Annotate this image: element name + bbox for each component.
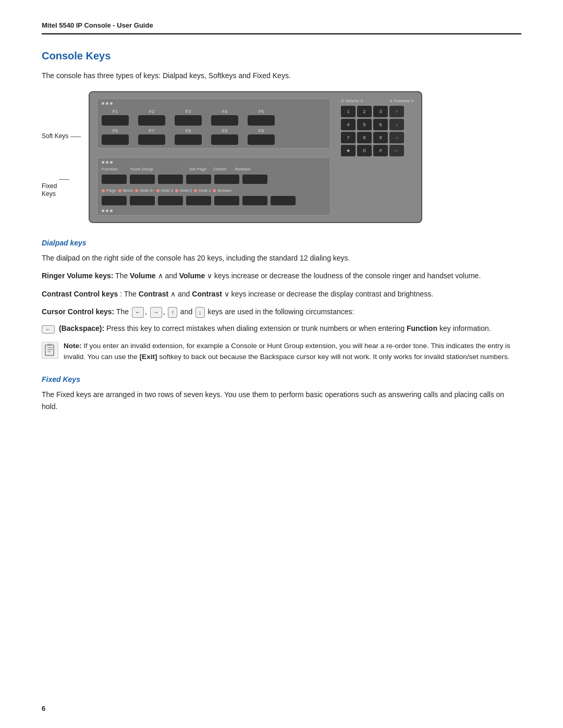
fixed-key-hold4 [158, 196, 183, 205]
key-F9: F9 [211, 128, 238, 145]
numpad-8: 8 [357, 132, 372, 143]
cursor-text: The [116, 307, 131, 316]
backspace-function-bold: Function [407, 324, 437, 332]
numpad-up: ↑ [389, 106, 404, 117]
backspace-body2: key information. [439, 324, 491, 332]
ringer-volume-para: Ringer Volume keys: The Volume ∧ and Vol… [42, 270, 521, 281]
note-text-block: Note: If you enter an invalid extension,… [64, 341, 521, 363]
fixed-key-setpage [186, 175, 211, 184]
svg-rect-0 [45, 345, 54, 355]
fixed-key-cancel [214, 175, 239, 184]
softkeys-section: F1 F2 F3 F4 [97, 98, 331, 149]
note-exit-bold: [Exit] [140, 353, 157, 361]
note-body2: softkey to back out because the Backspac… [159, 353, 509, 361]
cursor-and: and [180, 307, 194, 316]
fixed-keys-section: Function Trunk Group Set Page Cancel Rel… [97, 157, 331, 216]
numpad-right: → [389, 132, 404, 143]
key-F8: F8 [175, 128, 202, 145]
cursor-control-para: Cursor Control keys: The ←, →, ↑ and ↓ k… [42, 306, 521, 318]
volume-bold2: Volume [179, 272, 205, 280]
svg-rect-4 [48, 344, 51, 346]
notepad-icon [44, 344, 56, 356]
volume-wedge2: ∨ keys increase or decrease the loudness… [207, 272, 481, 280]
key-F6: F6 [102, 128, 129, 145]
subsection-dialpad-title: Dialpad keys [42, 239, 521, 247]
numpad-hash: # [373, 145, 388, 156]
cursor-key-down: ↓ [195, 307, 205, 318]
fixed-key-hold3 [186, 196, 211, 205]
ringer-volume-text: The [115, 272, 130, 280]
contrast-wedge1: ∧ and [170, 290, 192, 298]
backspace-text-block: (Backspace): Press this key to correct m… [59, 324, 491, 332]
backspace-body: Press this key to correct mistakes when … [106, 324, 407, 332]
fixed-key-trunk [130, 175, 155, 184]
soft-keys-label: Soft Keys [42, 132, 68, 141]
key-F1: F1 [102, 109, 129, 126]
cursor-text2: keys are used in the following circumsta… [208, 307, 354, 316]
intro-text: The console has three types of keys: Dia… [42, 71, 521, 80]
cursor-key-right: → [150, 307, 162, 318]
numpad-2: 2 [357, 106, 372, 117]
volume-contrast-labels: ∧ Volume ∨ ∧ Contrast ∨ [341, 98, 414, 103]
numpad-7: 7 [341, 132, 356, 143]
contrast-wedge2: ∨ keys increase or decrease the display … [224, 290, 433, 298]
key-F7: F7 [138, 128, 165, 145]
backspace-key-icon: ← [42, 325, 55, 334]
console-diagram: F1 F2 F3 F4 [89, 91, 422, 223]
fixed-keys-label: FixedKeys [42, 174, 57, 199]
console-diagram-wrapper: Soft Keys FixedKeys [42, 91, 521, 223]
numpad-5: 5 [357, 119, 372, 130]
section-title: Console Keys [42, 50, 521, 62]
fixed-key-release [242, 175, 267, 184]
fixed-key-hold1 [242, 196, 267, 205]
contrast-label: Contrast Control keys [42, 290, 118, 298]
ringer-volume-label: Ringer Volume keys: [42, 272, 113, 280]
contrast-bold2: Contrast [192, 290, 222, 298]
key-F3: F3 [175, 109, 202, 126]
fixed-key-3 [158, 175, 183, 184]
key-F0: F0 [248, 128, 275, 145]
subsection-fixed-title: Fixed Keys [42, 375, 521, 384]
numpad-panel: ∧ Volume ∨ ∧ Contrast ∨ 1 2 3 ↑ 4 5 6 ↓ … [341, 98, 414, 156]
numpad-6: 6 [373, 119, 388, 130]
volume-wedge1: ∧ and [158, 272, 179, 280]
dialpad-body: The dialpad on the right side of the con… [42, 252, 521, 264]
volume-bold1: Volume [130, 272, 156, 280]
softkeys-row-2: F6 F7 F8 F9 [102, 128, 326, 145]
softkeys-row-1: F1 F2 F3 F4 [102, 109, 326, 126]
note-icon [42, 342, 58, 359]
numpad-9: 9 [373, 132, 388, 143]
key-F4: F4 [211, 109, 238, 126]
cursor-label: Cursor Control keys: [42, 307, 114, 316]
header-title: Mitel 5540 IP Console - User Guide [42, 21, 153, 29]
contrast-colon: : The [120, 290, 139, 298]
page-header: Mitel 5540 IP Console - User Guide [42, 21, 521, 34]
numpad-left: ← [389, 145, 404, 156]
backspace-line: ← (Backspace): Press this key to correct… [42, 324, 521, 334]
numpad-1: 1 [341, 106, 356, 117]
cursor-key-up: ↑ [168, 307, 177, 318]
contrast-bold1: Contrast [139, 290, 169, 298]
page: Mitel 5540 IP Console - User Guide Conso… [0, 0, 563, 728]
key-F2: F2 [138, 109, 165, 126]
numpad-4: 4 [341, 119, 356, 130]
console-side-labels: Soft Keys FixedKeys [42, 116, 89, 198]
fixed-key-page [102, 196, 127, 205]
fixed-key-function [102, 175, 127, 184]
numpad-3: 3 [373, 106, 388, 117]
fixed-key-answer [271, 196, 296, 205]
numpad-star: ★ [341, 145, 356, 156]
note-bold: Note: [64, 342, 82, 350]
page-number: 6 [42, 705, 45, 712]
numpad-0: 0 [357, 145, 372, 156]
fixed-key-hold2 [214, 196, 239, 205]
numpad-grid: 1 2 3 ↑ 4 5 6 ↓ 7 8 9 → ★ 0 # [341, 106, 414, 156]
contrast-para: Contrast Control keys : The Contrast ∧ a… [42, 288, 521, 300]
cursor-key-left: ← [132, 307, 144, 318]
note-box: Note: If you enter an invalid extension,… [42, 341, 521, 363]
fixed-keys-body: The Fixed keys are arranged in two rows … [42, 389, 521, 412]
numpad-down: ↓ [389, 119, 404, 130]
fixed-key-block [130, 196, 155, 205]
backspace-bold: (Backspace): [59, 324, 104, 332]
key-F5: F5 [248, 109, 275, 126]
